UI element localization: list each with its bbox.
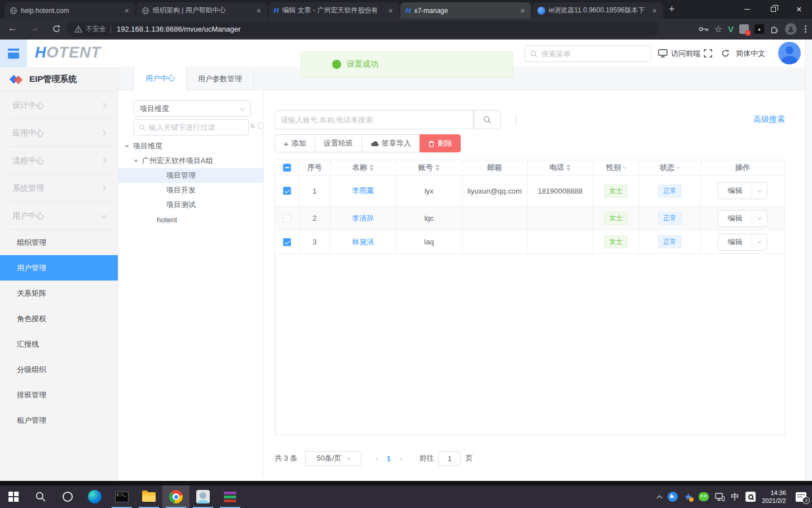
sort-icon[interactable] bbox=[369, 164, 374, 171]
tray-app-icon[interactable] bbox=[668, 492, 678, 502]
menu-search-input[interactable] bbox=[541, 50, 646, 58]
minimize-button[interactable] bbox=[734, 0, 760, 19]
start-button[interactable] bbox=[0, 485, 27, 508]
tree-filter-box[interactable] bbox=[134, 119, 249, 135]
filter-icon[interactable] bbox=[676, 165, 680, 169]
back-icon[interactable]: ← bbox=[8, 23, 17, 34]
restore-button[interactable] bbox=[760, 0, 786, 19]
sidebar-group-app[interactable]: 应用中心 bbox=[0, 119, 118, 147]
extension-alert-icon[interactable]: ! bbox=[739, 24, 749, 34]
forward-icon[interactable]: → bbox=[29, 23, 39, 34]
cortana-button[interactable] bbox=[54, 485, 81, 508]
user-search-button[interactable] bbox=[474, 110, 501, 129]
filter-icon[interactable] bbox=[623, 165, 626, 169]
refresh-button[interactable] bbox=[721, 40, 730, 67]
sidebar-group-design[interactable]: 设计中心 bbox=[0, 91, 118, 119]
taskbar-clock[interactable]: 14:36 2021/2/2 bbox=[762, 489, 786, 505]
tree-node-hotent[interactable]: hotent bbox=[157, 212, 177, 227]
browser-tab-3[interactable]: H 编辑 文章 - 广州宏天软件股份有 × bbox=[268, 2, 399, 19]
header-status[interactable]: 状态 bbox=[639, 160, 701, 175]
signature-import-button[interactable]: 签章导入 bbox=[361, 134, 420, 152]
edit-split-button[interactable]: 编辑 bbox=[718, 234, 767, 251]
explorer-button[interactable] bbox=[135, 485, 162, 508]
scrollbar[interactable] bbox=[805, 40, 812, 481]
password-key-icon[interactable] bbox=[699, 27, 709, 32]
new-tab-button[interactable]: + bbox=[669, 3, 675, 15]
browser-tab-2[interactable]: 组织架构 | 用户帮助中心 × bbox=[136, 2, 267, 19]
browser-tab-4-active[interactable]: H x7-manage × bbox=[400, 2, 531, 19]
goto-page-input[interactable] bbox=[438, 451, 461, 466]
page-size-select[interactable]: 50条/页 bbox=[305, 451, 361, 466]
profile-avatar[interactable] bbox=[785, 23, 797, 35]
user-avatar[interactable] bbox=[778, 42, 801, 64]
reload-icon[interactable] bbox=[52, 24, 61, 33]
sidebar-item-matrix[interactable]: 关系矩阵 bbox=[0, 281, 118, 306]
chrome-button[interactable] bbox=[162, 485, 189, 508]
photos-button[interactable] bbox=[189, 485, 217, 508]
taskbar-search[interactable] bbox=[27, 485, 54, 508]
header-name[interactable]: 名称 bbox=[330, 160, 396, 175]
chevron-down-icon[interactable] bbox=[752, 190, 767, 192]
user-name-link[interactable]: 李雨薰 bbox=[352, 186, 374, 196]
chevron-down-icon[interactable] bbox=[752, 241, 767, 243]
user-name-link[interactable]: 林黛清 bbox=[352, 237, 374, 247]
tab-close-icon[interactable]: × bbox=[123, 7, 130, 15]
sidebar-group-process[interactable]: 流程中心 bbox=[0, 147, 118, 174]
current-page[interactable]: 1 bbox=[383, 454, 394, 463]
edge-button[interactable] bbox=[81, 485, 108, 508]
tab-close-icon[interactable]: × bbox=[255, 7, 262, 15]
edit-split-button[interactable]: 编辑 bbox=[718, 182, 767, 199]
tray-expand-icon[interactable] bbox=[657, 494, 661, 500]
tree-node-group[interactable]: 广州宏天软件项目A组 bbox=[134, 154, 213, 168]
user-search-box[interactable] bbox=[275, 110, 474, 129]
tab-close-icon[interactable]: × bbox=[387, 7, 394, 15]
collapse-menu-button[interactable] bbox=[0, 40, 27, 67]
browser-tab-5[interactable]: ie浏览器11.0.9600.19596版本下 × bbox=[532, 2, 663, 19]
extension-dark-icon[interactable]: ▴ bbox=[754, 24, 764, 34]
tab-close-icon[interactable]: × bbox=[651, 7, 658, 15]
network-icon[interactable] bbox=[715, 493, 725, 501]
browser-menu-icon[interactable] bbox=[802, 25, 809, 33]
menu-search-box[interactable] bbox=[524, 45, 651, 62]
tree-node-project-mgmt-selected[interactable]: 项目管理 bbox=[118, 168, 263, 183]
tree-node-root[interactable]: 项目维度 bbox=[125, 139, 162, 154]
fullscreen-button[interactable] bbox=[704, 40, 712, 67]
header-gender[interactable]: 性别 bbox=[593, 160, 639, 175]
bookmark-star-icon[interactable]: ☆ bbox=[714, 24, 722, 34]
sidebar-item-org[interactable]: 组织管理 bbox=[0, 230, 118, 255]
tab-user-params[interactable]: 用户参数管理 bbox=[187, 67, 254, 90]
edit-split-button[interactable]: 编辑 bbox=[718, 210, 767, 227]
close-button[interactable]: × bbox=[786, 0, 812, 19]
sidebar-item-shift[interactable]: 排班管理 bbox=[0, 382, 118, 408]
tree-expand-icon[interactable] bbox=[250, 123, 257, 129]
sidebar-item-user-active[interactable]: 用户管理 bbox=[0, 255, 118, 281]
row-checkbox[interactable] bbox=[283, 187, 291, 195]
sidebar-item-reportline[interactable]: 汇报线 bbox=[0, 331, 118, 357]
visit-frontend-button[interactable]: 访问前端 bbox=[658, 40, 700, 67]
vue-devtools-icon[interactable]: V bbox=[728, 24, 734, 34]
sidebar-item-tenant[interactable]: 租户管理 bbox=[0, 408, 118, 433]
sidebar-item-hierarchy[interactable]: 分级组织 bbox=[0, 357, 118, 382]
screenshot-tool-icon[interactable] bbox=[745, 492, 756, 502]
cmd-button[interactable]: C:\_ bbox=[108, 485, 135, 508]
header-account[interactable]: 账号 bbox=[396, 160, 462, 175]
winrar-button[interactable] bbox=[217, 485, 244, 508]
wechat-icon[interactable] bbox=[699, 492, 709, 501]
extensions-puzzle-icon[interactable] bbox=[770, 24, 779, 34]
advanced-search-link[interactable]: 高级搜索 bbox=[753, 115, 785, 125]
select-all-checkbox[interactable] bbox=[283, 164, 291, 172]
ime-indicator[interactable]: 中 bbox=[731, 492, 739, 502]
row-checkbox[interactable] bbox=[283, 238, 291, 246]
tab-user-center[interactable]: 用户中心 bbox=[134, 67, 187, 90]
sidebar-item-role[interactable]: 角色授权 bbox=[0, 306, 118, 331]
sogou-input-icon[interactable]: ★ bbox=[684, 492, 692, 502]
user-search-input[interactable] bbox=[281, 116, 467, 124]
sort-icon[interactable] bbox=[566, 164, 571, 171]
row-checkbox[interactable] bbox=[283, 214, 291, 222]
sort-icon[interactable] bbox=[435, 164, 440, 171]
tree-node-project-test[interactable]: 项目测试 bbox=[166, 198, 196, 212]
add-button[interactable]: +添加 bbox=[275, 134, 315, 152]
next-page-button[interactable]: › bbox=[394, 454, 408, 463]
browser-tab-1[interactable]: help.hotent.com × bbox=[5, 2, 135, 19]
tab-close-icon[interactable]: × bbox=[519, 7, 526, 15]
